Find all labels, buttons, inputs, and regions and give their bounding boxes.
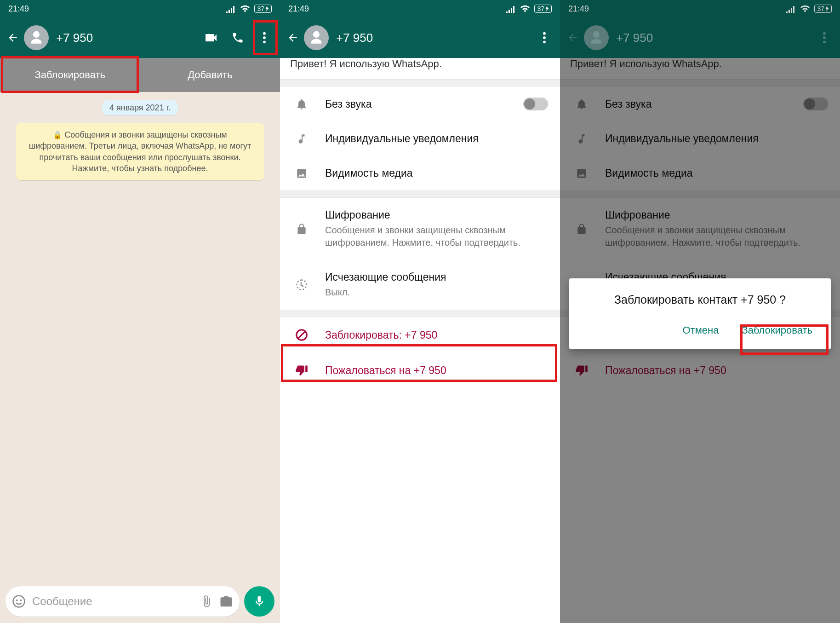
highlight-more-menu xyxy=(253,20,278,55)
wifi-icon xyxy=(520,5,531,13)
voice-call-button[interactable] xyxy=(227,31,249,44)
signal-icon xyxy=(226,5,236,13)
signal-icon xyxy=(786,5,796,13)
battery-indicator: 37 xyxy=(534,5,552,13)
camera-icon[interactable] xyxy=(219,594,233,608)
add-tab[interactable]: Добавить xyxy=(140,58,280,92)
info-body: Привет! Я использую WhatsApp. Без звука … xyxy=(280,58,560,623)
info-header: +7 950 xyxy=(280,17,560,58)
status-time: 21:49 xyxy=(288,4,309,14)
avatar xyxy=(584,25,609,50)
custom-notifications-row[interactable]: Индивидуальные уведомления xyxy=(280,121,560,156)
divider xyxy=(280,190,560,198)
svg-point-6 xyxy=(543,32,546,35)
wifi-icon xyxy=(800,5,811,13)
status-time: 21:49 xyxy=(568,4,589,14)
date-pill: 4 января 2021 г. xyxy=(102,100,178,115)
svg-line-10 xyxy=(298,332,305,339)
status-bar: 21:49 37 xyxy=(0,0,280,17)
screen-contact-info: 21:49 37 +7 950 Привет! Я использую What… xyxy=(280,0,560,623)
contact-name[interactable]: +7 950 xyxy=(336,31,529,45)
svg-point-7 xyxy=(543,36,546,39)
mic-button[interactable] xyxy=(244,586,274,617)
svg-point-11 xyxy=(823,32,826,35)
chat-header: +7 950 xyxy=(0,17,280,58)
contact-name: +7 950 xyxy=(616,31,809,45)
signal-icon xyxy=(506,5,516,13)
mute-row[interactable]: Без звука xyxy=(280,87,560,121)
message-placeholder: Сообщение xyxy=(32,595,194,608)
status-icons: 37 xyxy=(226,5,272,13)
mute-toggle[interactable] xyxy=(523,98,548,110)
more-menu-button xyxy=(813,31,835,44)
video-call-button[interactable] xyxy=(200,30,222,45)
back-icon[interactable] xyxy=(6,32,19,44)
message-input[interactable]: Сообщение xyxy=(6,586,240,617)
lock-icon xyxy=(294,223,309,235)
svg-point-12 xyxy=(823,36,826,39)
avatar[interactable] xyxy=(24,25,49,50)
about-text: Привет! Я использую WhatsApp. xyxy=(280,58,560,79)
dialog-title: Заблокировать контакт +7 950 ? xyxy=(582,292,818,308)
music-note-icon xyxy=(294,133,309,145)
status-bar: 21:49 37 xyxy=(280,0,560,17)
encryption-row[interactable]: Шифрование Сообщения и звонки защищены с… xyxy=(280,198,560,260)
highlight-confirm-button xyxy=(740,324,829,355)
cancel-button[interactable]: Отмена xyxy=(677,321,724,340)
wifi-icon xyxy=(240,5,251,13)
status-time: 21:49 xyxy=(8,4,29,14)
input-bar: Сообщение xyxy=(6,586,274,617)
svg-point-4 xyxy=(16,600,18,601)
block-icon xyxy=(294,328,309,342)
divider xyxy=(280,79,560,87)
status-icons: 37 xyxy=(786,5,832,13)
disappearing-row[interactable]: Исчезающие сообщения Выкл. xyxy=(280,260,560,310)
avatar[interactable] xyxy=(304,25,329,50)
screen-chat: 21:49 37 +7 950 Заблокировать Добави xyxy=(0,0,280,623)
battery-indicator: 37 xyxy=(254,5,272,13)
emoji-icon[interactable] xyxy=(12,594,26,608)
attach-icon[interactable] xyxy=(200,595,213,608)
highlight-block-tab xyxy=(1,56,139,93)
status-icons: 37 xyxy=(506,5,552,13)
status-bar: 21:49 37 xyxy=(560,0,840,17)
highlight-block-row xyxy=(281,344,557,382)
svg-point-5 xyxy=(20,600,22,601)
back-icon xyxy=(566,32,579,44)
bell-icon xyxy=(294,98,309,110)
svg-point-8 xyxy=(543,40,546,43)
encryption-notice[interactable]: 🔒 Сообщения и звонки защищены сквозным ш… xyxy=(16,123,264,180)
battery-indicator: 37 xyxy=(814,5,832,13)
timer-icon xyxy=(294,278,309,291)
image-icon xyxy=(294,167,309,179)
back-icon[interactable] xyxy=(286,32,299,44)
divider xyxy=(280,310,560,317)
more-menu-button[interactable] xyxy=(533,31,555,44)
screen-block-dialog: 21:49 37 +7 950 Привет! Я использую What… xyxy=(560,0,840,623)
contact-name[interactable]: +7 950 xyxy=(56,31,195,45)
media-visibility-row[interactable]: Видимость медиа xyxy=(280,156,560,190)
svg-point-3 xyxy=(13,596,25,607)
svg-point-13 xyxy=(823,40,826,43)
info-header: +7 950 xyxy=(560,17,840,58)
chat-background: 4 января 2021 г. 🔒 Сообщения и звонки за… xyxy=(0,92,280,623)
